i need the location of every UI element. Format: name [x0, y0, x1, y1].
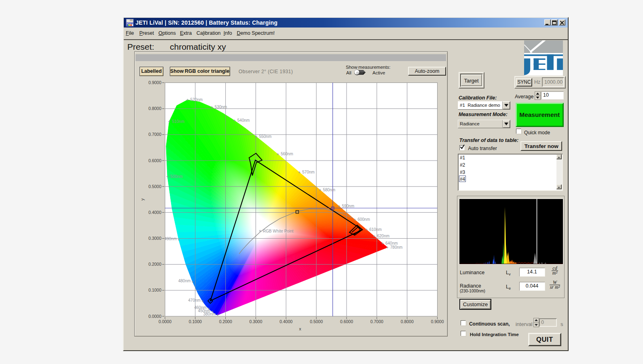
svg-text:780nm: 780nm — [390, 245, 403, 250]
svg-text:510nm: 510nm — [172, 119, 184, 124]
svg-text:DEMO: DEMO — [127, 22, 134, 25]
svg-text:590nm: 590nm — [342, 204, 354, 208]
svg-text:0.1000: 0.1000 — [189, 319, 202, 324]
svg-text:0.1000: 0.1000 — [148, 288, 161, 292]
svg-text:620nm: 620nm — [377, 234, 390, 238]
svg-text:0.9000: 0.9000 — [148, 80, 161, 85]
svg-text:530nm: 530nm — [215, 105, 227, 109]
svg-text:560nm: 560nm — [281, 152, 293, 156]
svg-text:600nm: 600nm — [357, 217, 370, 222]
svg-text:0.8000: 0.8000 — [148, 106, 161, 111]
svg-text:580nm: 580nm — [323, 188, 336, 192]
svg-text:0.2000: 0.2000 — [148, 262, 161, 267]
svg-text:0.4000: 0.4000 — [279, 319, 292, 324]
svg-text:0.2000: 0.2000 — [219, 319, 232, 324]
svg-text:570nm: 570nm — [302, 170, 315, 174]
svg-text:470nm: 470nm — [188, 298, 201, 303]
svg-text:x: x — [299, 326, 301, 331]
svg-text:500nm: 500nm — [170, 174, 183, 179]
svg-text:0.6000: 0.6000 — [148, 158, 161, 163]
svg-text:0.8000: 0.8000 — [401, 319, 414, 324]
svg-text:0.4000: 0.4000 — [148, 210, 161, 215]
svg-text:0.3000: 0.3000 — [249, 319, 262, 324]
svg-text:0.7000: 0.7000 — [370, 319, 383, 324]
svg-text:0.6000: 0.6000 — [340, 319, 353, 324]
svg-text:0.5000: 0.5000 — [148, 184, 161, 189]
svg-text:610nm: 610nm — [369, 227, 382, 232]
svg-text:520nm: 520nm — [190, 97, 203, 102]
svg-text:490nm: 490nm — [164, 237, 177, 241]
svg-text:550nm: 550nm — [259, 134, 272, 139]
svg-text:0.0000: 0.0000 — [148, 314, 161, 319]
svg-text:0.7000: 0.7000 — [148, 132, 161, 137]
svg-text:380nm: 380nm — [203, 312, 216, 316]
svg-text:0.5000: 0.5000 — [310, 319, 323, 324]
svg-text:0.9000: 0.9000 — [431, 319, 444, 324]
svg-text:0.3000: 0.3000 — [148, 236, 161, 241]
svg-text:RGB White Point: RGB White Point — [263, 229, 294, 233]
svg-text:0.0000: 0.0000 — [159, 319, 171, 324]
svg-text:540nm: 540nm — [237, 118, 250, 123]
svg-text:480nm: 480nm — [178, 279, 191, 283]
svg-text:y: y — [140, 198, 145, 201]
